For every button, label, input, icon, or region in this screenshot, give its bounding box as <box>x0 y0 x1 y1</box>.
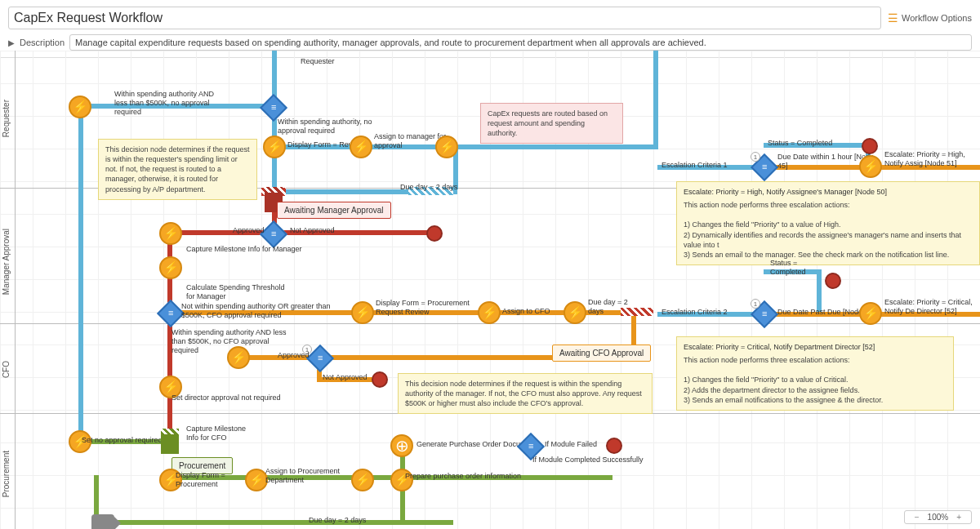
action-node[interactable] <box>350 136 372 158</box>
action-node[interactable] <box>245 469 268 491</box>
zoom-in-button[interactable]: + <box>953 513 964 522</box>
edge <box>653 51 658 149</box>
edge-label: Approved <box>233 226 265 235</box>
edge-label: Not Approved <box>323 373 368 382</box>
zoom-control: − 100% + <box>904 510 972 524</box>
node-label: Capture Milestone Info for Manager <box>186 245 302 254</box>
edge-label: Not within spending authority OR greater… <box>181 302 353 320</box>
lane-label-cfo: CFO <box>2 361 11 378</box>
action-node[interactable] <box>564 301 586 324</box>
badge: 1 <box>751 299 760 309</box>
description-label: Description <box>20 38 65 47</box>
zoom-out-button[interactable]: − <box>911 513 923 522</box>
node-label: Assign to CFO <box>502 307 550 316</box>
node-label: Escalation Criteria 2 <box>662 308 728 317</box>
edge-label: Due day = 2 days <box>588 298 629 316</box>
description-toggle-icon[interactable]: ▶ <box>8 38 15 47</box>
note-escalate-50: Escalate: Priority = High, Notify Assign… <box>676 181 980 265</box>
note-escalate-52: Escalate: Priority = Critical, Notify De… <box>676 336 954 411</box>
workflow-canvas[interactable]: Requester Manager Approval CFO Procureme… <box>0 51 980 529</box>
edge-label: Within spending authority AND less than … <box>114 90 229 116</box>
node-label: Display Form = Procurement <box>176 471 233 489</box>
procure-node[interactable] <box>161 433 179 454</box>
action-node[interactable] <box>351 301 374 324</box>
zoom-level: 100% <box>928 513 949 522</box>
state-awaiting-mgr[interactable]: Awaiting Manager Approval <box>277 202 391 219</box>
action-node[interactable] <box>351 469 374 491</box>
edge <box>78 114 83 441</box>
note-requester-decision: This decision node determines if the req… <box>98 139 257 200</box>
action-node[interactable] <box>227 346 250 369</box>
action-node[interactable] <box>263 136 286 158</box>
action-node[interactable] <box>159 222 182 245</box>
node-label: Set director approval not required <box>172 393 281 402</box>
action-node[interactable] <box>159 256 182 279</box>
node-label: Escalate: Priority = Critical, Notify De… <box>884 298 980 316</box>
node-label: Escalation Criteria 1 <box>662 161 728 170</box>
edge-label: Not Approved <box>290 226 335 235</box>
list-icon: ☰ <box>888 11 898 24</box>
edge-label: Approved <box>278 351 310 360</box>
badge: 1 <box>751 152 760 162</box>
globe-node[interactable] <box>390 434 413 457</box>
node-label: Status = Completed <box>768 139 832 148</box>
workflow-options-label: Workflow Options <box>902 13 972 23</box>
lane-border-left <box>15 51 16 529</box>
node-label: Assign to Procurement Department <box>265 467 343 485</box>
state-awaiting-cfo[interactable]: Awaiting CFO Approval <box>552 345 651 362</box>
action-node[interactable] <box>859 155 882 178</box>
workflow-title-input[interactable] <box>8 7 881 29</box>
node-label: Status = Completed <box>770 259 815 277</box>
node-label: Calculate Spending Threshold for Manager <box>186 283 292 301</box>
lane-label-procurement: Procurement <box>2 451 11 497</box>
edge-label: Within spending authority, no approval r… <box>278 118 376 136</box>
edge-label: If Module Failed <box>545 440 597 449</box>
node-label: Display Form = Procurement Request Revie… <box>376 299 490 317</box>
edge-label: Due day = 2 days <box>400 183 457 192</box>
action-node[interactable] <box>478 301 501 324</box>
end-node[interactable] <box>426 225 443 242</box>
lane-label-requester: Requester <box>2 100 11 137</box>
end-node[interactable] <box>862 138 878 154</box>
node-label: Prepare purchase order information <box>405 472 521 481</box>
node-label: Set no approval required <box>82 436 163 445</box>
end-node[interactable] <box>606 438 622 454</box>
edge-label: Due day = 2 days <box>309 516 366 525</box>
note-cfo-decision: This decision node determines if the req… <box>398 373 653 414</box>
start-node[interactable] <box>91 514 114 529</box>
action-node[interactable] <box>859 302 882 325</box>
action-node[interactable] <box>69 96 91 118</box>
node-label: Capture Milestone Info for CFO <box>186 425 252 442</box>
description-input[interactable] <box>69 34 972 51</box>
lane-label-manager: Manager Approval <box>2 229 11 295</box>
workflow-options-button[interactable]: ☰ Workflow Options <box>888 11 972 24</box>
edge-label: If Module Completed Successfully <box>532 456 644 465</box>
note-routing: CapEx requests are routed based on reque… <box>480 103 623 144</box>
edge <box>94 520 453 525</box>
node-label: Requester <box>301 57 335 66</box>
end-node[interactable] <box>372 371 388 388</box>
node-label: Escalate: Priority = High, Notify Assig … <box>884 150 980 168</box>
end-node[interactable] <box>825 273 841 289</box>
action-node[interactable] <box>435 136 458 158</box>
